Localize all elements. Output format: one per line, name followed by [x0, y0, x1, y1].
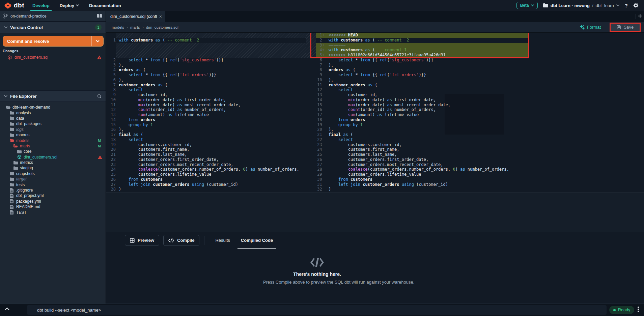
tree-item-dbt-learn-on-demand[interactable]: dbt-learn-on-demand: [0, 105, 106, 110]
tree-item-label: dim_customers.sql: [24, 155, 57, 160]
tree-item-data[interactable]: data: [0, 116, 106, 121]
status-badge[interactable]: Ready: [609, 306, 634, 314]
breadcrumb-separator: ›: [142, 25, 144, 30]
code-line: orders as (: [119, 67, 306, 73]
git-modified-badge: M: [98, 139, 101, 143]
beta-dropdown[interactable]: Beta: [516, 2, 538, 9]
chevron-down-icon: [76, 4, 79, 6]
version-control-title: Version Control: [10, 25, 92, 30]
dbt-logo[interactable]: dbt: [0, 2, 28, 9]
code-line: ),: [326, 63, 644, 68]
code-row: 13 sum(amount) as lifetime_value: [106, 112, 306, 117]
tree-item-dbt-project-yml[interactable]: dbt_project.yml: [0, 193, 106, 198]
diff-hatch-block: [116, 43, 306, 58]
tree-item-packages-yml[interactable]: packages.yml: [0, 199, 106, 204]
commit-options-toggle[interactable]: [91, 36, 103, 46]
line-number: 12: [316, 87, 326, 92]
command-input[interactable]: [27, 305, 607, 315]
empty-state: There's nothing here. Press Compile abov…: [263, 257, 371, 285]
model-icon: [17, 155, 22, 159]
line-number: 17: [106, 132, 119, 137]
file-icon: [10, 199, 14, 203]
code-row: 9 select * from {{ ref('fct_orders')}}: [316, 73, 644, 78]
editor-toolbar: models›marts›dim_customers.sql Format Sa…: [106, 22, 644, 33]
tree-item-test[interactable]: TEST: [0, 209, 106, 215]
tree-item--gitignore[interactable]: .gitignore: [0, 188, 106, 193]
tree-item-staging[interactable]: staging: [0, 165, 106, 171]
save-button[interactable]: Save: [610, 23, 641, 32]
tab-results[interactable]: Results: [211, 232, 234, 249]
format-button[interactable]: Format: [580, 25, 601, 30]
new-tab-plus-icon[interactable]: [638, 13, 643, 19]
tree-item-dbt-packages[interactable]: dbt_packages: [0, 121, 106, 126]
breadcrumb-item[interactable]: dim_customers.sql: [146, 25, 178, 29]
sparkles-icon: [580, 25, 585, 30]
top-nav: dbt DevelopDeployDocumentation Beta dbt …: [0, 0, 644, 11]
folder-open-icon: [10, 139, 14, 142]
kebab-menu-icon[interactable]: [638, 307, 639, 312]
close-icon[interactable]: ×: [157, 14, 162, 19]
folder-icon: [17, 150, 22, 153]
preview-button[interactable]: Preview: [125, 235, 159, 246]
code-line: customer_orders.most_recent_order_date,: [326, 162, 644, 167]
editor-pane-conflict[interactable]: 1+<<<<<<< HEAD2 with customers as ( -- c…: [306, 33, 644, 192]
code-row: 31 left join customer_orders using (cust…: [316, 182, 644, 187]
compile-button[interactable]: Compile: [163, 235, 199, 246]
tree-item-label: dbt_packages: [16, 121, 41, 126]
code-line: select * from {{ ref('stg_customers')}}: [119, 58, 306, 63]
code-line: from customers: [119, 177, 306, 182]
breadcrumb-item[interactable]: models: [112, 25, 124, 29]
code-row: 17final as (: [106, 132, 306, 137]
code-line: max(order_date) as most_recent_order_dat…: [326, 103, 644, 108]
nav-item-documentation[interactable]: Documentation: [89, 0, 121, 11]
line-number: 20: [106, 147, 119, 152]
file-explorer-header[interactable]: File Explorer: [0, 90, 106, 102]
line-number: 26: [106, 177, 119, 182]
line-number: 14: [316, 97, 326, 103]
nav-item-deploy[interactable]: Deploy: [60, 0, 79, 11]
tree-item-marts[interactable]: martsM: [0, 143, 106, 149]
line-number: 27: [106, 182, 119, 187]
tree-item-label: snapshots: [16, 171, 35, 176]
tree-item-dim-customers-sql[interactable]: dim_customers.sql: [0, 154, 106, 160]
file-tree: dbt-learn-on-demandanalysisdatadbt_packa…: [0, 102, 106, 304]
line-number: 16: [106, 127, 119, 132]
code-line: with customers as ( -- comment 1: [326, 48, 644, 53]
folder-open-icon: [13, 144, 18, 148]
breadcrumb-item[interactable]: marts: [130, 25, 140, 29]
tree-item-readme-md[interactable]: README.md: [0, 204, 106, 209]
line-number: 24: [316, 147, 326, 152]
code-row: 8 select: [106, 87, 306, 92]
tree-item-snapshots[interactable]: snapshots: [0, 171, 106, 176]
code-row: 19 customers.customer_id,: [106, 142, 306, 147]
nav-item-develop[interactable]: Develop: [32, 0, 50, 11]
command-bar: Ready: [0, 304, 644, 316]
commit-and-resolve-button[interactable]: Commit and resolve: [3, 36, 104, 47]
chevron-up-icon[interactable]: [5, 307, 9, 310]
code-line: <<<<<<< HEAD: [326, 33, 644, 38]
project-selector[interactable]: dbt Learn - mwong / dbt_learn: [543, 3, 619, 8]
git-branch-bar[interactable]: on-demand-practice: [0, 11, 106, 22]
tree-item-models[interactable]: modelsM: [0, 138, 106, 143]
line-number: 2: [316, 38, 326, 43]
tree-item-analysis[interactable]: analysis: [0, 110, 106, 115]
conflict-warning-icon: [97, 55, 102, 59]
version-control-header[interactable]: Version Control 1: [0, 22, 106, 33]
tab-dim-customers[interactable]: dim_customers.sql (confli... ×: [106, 11, 165, 22]
tab-title: dim_customers.sql (confli...: [110, 14, 157, 19]
tree-item-macros[interactable]: macros: [0, 132, 106, 138]
help-button[interactable]: ?: [625, 3, 628, 8]
search-icon[interactable]: [97, 94, 102, 98]
tree-item-metrics[interactable]: metrics: [0, 160, 106, 165]
code-line: from orders: [119, 117, 306, 122]
tree-item-logs[interactable]: logs: [0, 127, 106, 132]
tree-item-tests[interactable]: tests: [0, 182, 106, 187]
chevron-down-icon: [4, 95, 7, 97]
settings-gear-icon[interactable]: [633, 3, 639, 8]
changed-file-item[interactable]: dim_customers.sql: [0, 54, 106, 61]
docs-book-icon[interactable]: [96, 14, 102, 18]
code-row: 8 orders as (: [316, 67, 644, 73]
tab-compiled-code[interactable]: Compiled Code: [237, 232, 277, 249]
tree-item-target[interactable]: target: [0, 176, 106, 182]
tree-item-core[interactable]: core: [0, 149, 106, 154]
